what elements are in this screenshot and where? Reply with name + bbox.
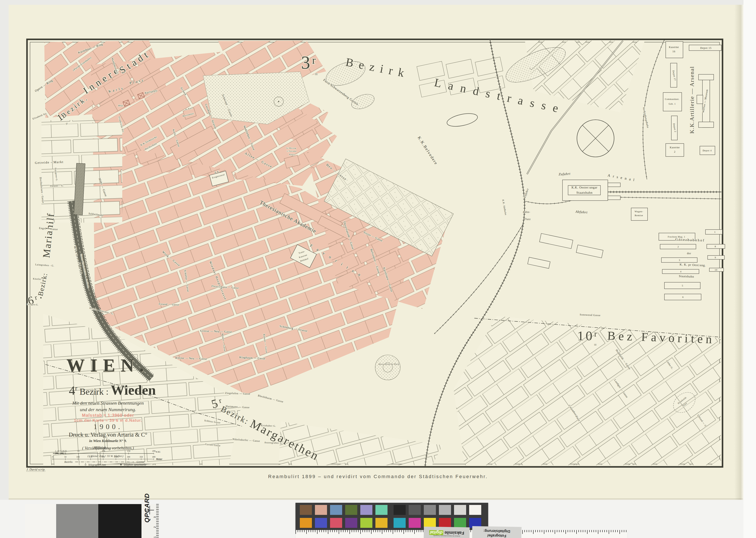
legend-grenze: Grenze [136, 460, 145, 463]
building-label: Depot 4 [703, 149, 712, 152]
klafter-tick-label: 20 [62, 450, 64, 452]
color-patch [409, 505, 421, 515]
building-label: Kaserne [669, 46, 679, 49]
color-patch [345, 518, 357, 528]
building-label: 2 [674, 150, 676, 153]
district-label: = [315, 71, 320, 78]
legend-telephone: Telephon Sprechstelle [123, 463, 146, 466]
building-outline [705, 230, 722, 234]
building-number: 2 [678, 245, 679, 248]
photography-tag: Fotografie/ Digitalisierung: [472, 526, 521, 538]
color-patch [454, 505, 466, 515]
klafter-tick-label: 200 [152, 450, 156, 452]
building-number: 8 [715, 245, 716, 248]
building-number: 10 [715, 268, 718, 271]
qp-ruler-number: 3 [154, 516, 157, 518]
building-number: 5 [682, 284, 684, 287]
meter-tick-label: 100 [76, 456, 80, 458]
photography-tag-line1: Fotografie/ [487, 533, 506, 538]
building-outline [663, 92, 682, 111]
facsimile-tag-text: Faksimile digital [429, 530, 464, 536]
photography-tag-line2: Digitalisierung: [483, 529, 510, 534]
scanned-map-page: Maſsstab.51015202550100150200W.Kl.(1 Wie… [0, 0, 756, 538]
building-label: Kaserne [670, 146, 680, 149]
klafter-tick-label: 5 [55, 450, 56, 452]
color-patch [315, 505, 327, 515]
building-label: K.K. Oester:ungar [572, 186, 597, 189]
park-circle [375, 355, 400, 380]
color-patch [424, 505, 436, 515]
district-label: 10ʳ [577, 328, 598, 343]
facsimile-tag: Zentrum für dokumentarische Fotografie F… [424, 526, 470, 538]
building-number: 6 [682, 296, 684, 298]
building-outline [698, 74, 714, 80]
qp-black-patch [98, 504, 141, 538]
building-label: Remise [635, 214, 643, 217]
district-number: 4r [69, 383, 77, 398]
color-patch [300, 505, 312, 515]
title-subtitle-2: und der neuen Nummerirung. [80, 407, 136, 412]
meter-tick-label: 150 [89, 456, 92, 458]
meter-tick-label: 400 [152, 456, 156, 458]
meter-tick-label: 50 [64, 456, 67, 458]
building-label: Gr.Herzog [286, 147, 296, 149]
map-title-city: WIEN. [67, 355, 150, 376]
meter-tick-label: 350 [140, 456, 143, 458]
street-label: Staatsbahn [679, 275, 694, 278]
street-label: Hlst. [118, 104, 124, 107]
engraver-signature: J. David scrip. [26, 468, 45, 472]
building-label: v.Toscana [287, 150, 297, 152]
building-label: Staatsbahn [577, 191, 593, 194]
qp-white-patch [25, 504, 56, 538]
meter-tick-label: 250 [114, 456, 118, 458]
building-number: 4 [680, 270, 682, 273]
building-label: Frechten Mag. 1 [668, 236, 685, 238]
qp-grayscale-card: QPCARD 3 2 1 [25, 504, 159, 538]
color-patch [330, 505, 342, 515]
street-label: der [687, 251, 691, 255]
color-patch [439, 505, 451, 515]
qp-ruler-number: 1 [154, 536, 157, 538]
zoll-note: (1 Wiener Zoll = 55 W. Klafter.) [87, 454, 123, 457]
district-label: = [594, 342, 598, 348]
building-label: 16 [672, 50, 676, 53]
title-year: 1900. [94, 423, 122, 431]
color-patch [394, 518, 406, 528]
title-publisher: Druck u. Verlag von Artaria & C° [69, 431, 147, 438]
building-label: Wagen- [635, 210, 643, 213]
street-label: Platz [524, 218, 531, 221]
map-title-district: 4r Bezirk : Wieden [69, 382, 156, 398]
klafter-unit: W.Kl. [156, 451, 161, 453]
street-label: Kriehuber G. [261, 424, 276, 427]
qp-brand: QPCARD [143, 493, 151, 523]
klafter-tick-label: 25 [65, 450, 67, 452]
street-label: Theater - G. [50, 184, 64, 187]
qp-ruler-number: 2 [154, 526, 157, 528]
revision-caption: Reambulirt 1899 – und revidirt vom Comma… [268, 474, 488, 479]
building-outline [698, 122, 714, 128]
map-canvas: Maſsstab.51015202550100150200W.Kl.(1 Wie… [0, 0, 756, 538]
street-label: Köstler [33, 277, 41, 280]
color-patch [315, 518, 327, 528]
klafter-tick-label: 15 [60, 450, 62, 452]
building-outline [666, 143, 684, 156]
title-subtitle-1: Mit den neuen Strassen Benennungen [72, 400, 144, 406]
meter-tick-label: 300 [127, 456, 130, 458]
building-number: 3 [679, 259, 681, 261]
title-copyright-notice: ( Vervielfältigung vorbehalten.) [82, 446, 134, 451]
color-patch [300, 518, 312, 528]
color-patch [409, 518, 421, 528]
building-label: Palais [289, 153, 295, 156]
meter-tick-label: 200 [102, 456, 105, 458]
street-label: Alois Drasche Park [378, 363, 400, 365]
building-label: Commandant. [665, 98, 679, 100]
legend-telegraph: Telegraphen Amt [88, 463, 106, 466]
district-label: 3ʳ [301, 53, 317, 73]
qp-ruler-ticks [156, 504, 159, 538]
color-patch [469, 505, 481, 515]
title-address: in Wien Kohlmarkt N° 9. [89, 439, 127, 443]
color-patch [375, 518, 388, 528]
klafter-bar-hatch [56, 453, 58, 454]
building-number: 9 [715, 256, 716, 259]
building-outline [666, 41, 683, 58]
